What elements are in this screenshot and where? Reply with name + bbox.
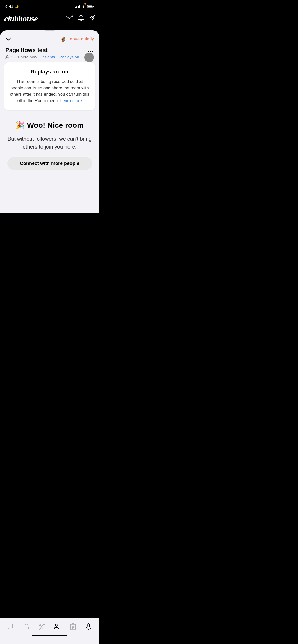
app-logo: clubhouse [4, 14, 38, 24]
connect-button-wrapper: Connect with more people [0, 157, 99, 170]
replay-card: Replays are on This room is being record… [4, 62, 95, 110]
battery-icon [87, 5, 94, 8]
person-icon [5, 55, 9, 59]
here-now: 1 here now [17, 55, 37, 59]
status-bar: 9:41 🌙 [0, 0, 99, 12]
send-icon-button[interactable] [89, 15, 95, 22]
svg-point-6 [6, 55, 8, 57]
connect-button[interactable]: Connect with more people [7, 157, 92, 170]
signal-bars [75, 5, 80, 8]
sheet-header: ✌🏾 Leave quietly [0, 31, 99, 45]
orange-dot [84, 3, 86, 5]
nav-icons: ✦ [66, 15, 95, 23]
wifi-icon [82, 5, 86, 8]
separator-2: · [39, 55, 40, 59]
room-meta: 1 · 1 here now · Insights · Replays on [5, 55, 94, 59]
mail-icon-button[interactable]: ✦ [66, 15, 73, 22]
room-sheet: ✌🏾 Leave quietly Page flows test ... 1 ·… [0, 30, 99, 213]
celebration-title: 🎉 Woo! Nice room [5, 121, 94, 130]
collapse-button[interactable] [5, 36, 11, 43]
celebration-title-text: Woo! Nice room [27, 121, 84, 129]
bell-icon-button[interactable] [78, 15, 84, 23]
leave-quietly-button[interactable]: ✌🏾 Leave quietly [60, 36, 94, 42]
member-count: 1 [11, 55, 13, 59]
time-text: 9:41 [5, 4, 13, 9]
status-time: 9:41 🌙 [5, 4, 19, 9]
celebration-section: 🎉 Woo! Nice room [0, 114, 99, 132]
svg-rect-1 [88, 6, 93, 7]
celebration-subtitle: But without followers, we can't bring ot… [0, 132, 99, 157]
moon-icon: 🌙 [14, 4, 19, 8]
avatar-bubble [84, 53, 94, 62]
status-icons [75, 5, 94, 8]
peace-emoji: ✌🏾 [60, 36, 66, 42]
replay-card-body: This room is being recorded so that peop… [10, 79, 90, 104]
room-info: Page flows test ... 1 · 1 here now · Ins… [0, 45, 99, 59]
replays-link[interactable]: Replays on [59, 55, 79, 59]
party-emoji: 🎉 [16, 121, 25, 129]
learn-more-link[interactable]: Learn more [60, 98, 82, 103]
room-title: Page flows test [5, 47, 48, 54]
room-title-row: Page flows test ... [5, 47, 94, 54]
nav-bar: clubhouse ✦ [0, 12, 99, 28]
separator-1: · [15, 55, 16, 59]
separator-3: · [57, 55, 58, 59]
svg-rect-2 [93, 6, 94, 7]
replay-card-title: Replays are on [10, 69, 90, 75]
insights-link[interactable]: Insights [41, 55, 55, 59]
leave-quietly-label: Leave quietly [67, 36, 94, 42]
